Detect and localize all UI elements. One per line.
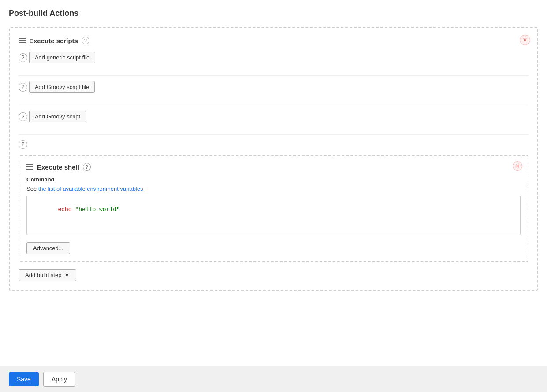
header-left: Execute scripts ? — [19, 37, 89, 44]
groovy-script-question-badge: ? — [19, 112, 27, 121]
execute-shell-close-button[interactable]: × — [513, 161, 522, 171]
execute-shell-help-icon[interactable]: ? — [83, 163, 91, 171]
groovy-script-file-question-badge: ? — [19, 83, 27, 92]
execute-scripts-close-container: × — [520, 35, 530, 45]
add-build-step-wrapper: Add build step ▼ — [19, 269, 528, 281]
add-build-step-button[interactable]: Add build step ▼ — [19, 269, 76, 281]
bottom-bar: Save Apply — [0, 366, 547, 392]
add-generic-script-file-button[interactable]: Add generic script file — [29, 52, 95, 63]
env-variables-link[interactable]: the list of available environment variab… — [38, 185, 143, 192]
command-label: Command — [26, 176, 521, 183]
execute-shell-title: Execute shell — [37, 163, 79, 171]
drag-handle-icon[interactable] — [19, 38, 26, 43]
execute-shell-header-left: Execute shell ? — [26, 163, 91, 171]
advanced-button[interactable]: Advanced... — [26, 242, 70, 254]
divider-2 — [19, 105, 528, 105]
execute-scripts-close-button[interactable]: × — [520, 35, 530, 45]
execute-shell-close-container: × — [513, 161, 522, 171]
echo-keyword: echo — [58, 206, 71, 213]
execute-shell-header: Execute shell ? — [26, 163, 521, 171]
execute-scripts-title: Execute scripts — [29, 37, 78, 44]
command-textarea[interactable]: echo "hello world" — [26, 196, 521, 235]
generic-script-question-badge: ? — [19, 53, 27, 62]
env-link-text: See the list of available environment va… — [26, 185, 521, 192]
execute-shell-drag-handle-icon[interactable] — [26, 164, 33, 170]
divider-3 — [19, 134, 528, 135]
add-build-step-label: Add build step — [25, 272, 61, 278]
groovy-script-file-section: ? Add Groovy script file — [19, 81, 528, 98]
divider-1 — [19, 75, 528, 76]
execute-scripts-header: Execute scripts ? — [19, 37, 528, 44]
execute-scripts-outer-box: × Execute scripts ? ? Add generic script… — [9, 27, 538, 291]
add-groovy-script-button[interactable]: Add Groovy script — [29, 111, 86, 122]
page-wrapper: Post-build Actions × Execute scripts ? ?… — [0, 0, 547, 392]
page-title: Post-build Actions — [9, 9, 538, 18]
env-link-prefix: See — [26, 185, 38, 192]
generic-script-section: ? Add generic script file — [19, 52, 528, 68]
add-groovy-script-file-button[interactable]: Add Groovy script file — [29, 81, 95, 93]
add-build-step-chevron-icon: ▼ — [64, 272, 70, 278]
execute-shell-inner-box: × Execute shell ? Command See the list o… — [19, 155, 528, 262]
execute-shell-question-badge: ? — [19, 140, 27, 149]
apply-button[interactable]: Apply — [43, 372, 75, 387]
save-button[interactable]: Save — [9, 372, 39, 386]
execute-scripts-help-icon[interactable]: ? — [82, 37, 89, 44]
echo-string: "hello world" — [75, 206, 119, 213]
groovy-script-section: ? Add Groovy script — [19, 111, 528, 127]
